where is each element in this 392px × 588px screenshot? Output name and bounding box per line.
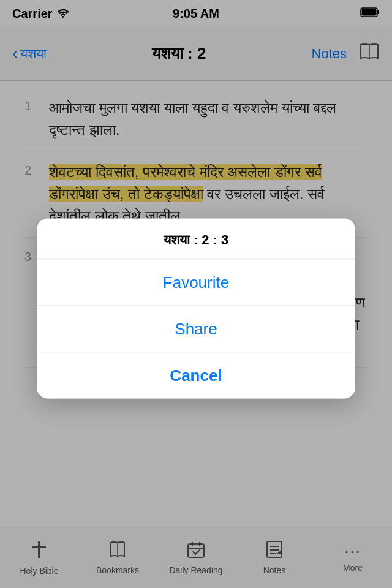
favourite-button[interactable]: Favourite [37, 260, 355, 306]
action-sheet-title: यशया : 2 : 3 [37, 219, 355, 260]
cancel-button[interactable]: Cancel [37, 353, 355, 399]
share-button[interactable]: Share [37, 306, 355, 353]
action-sheet: यशया : 2 : 3 Favourite Share Cancel [37, 219, 355, 399]
